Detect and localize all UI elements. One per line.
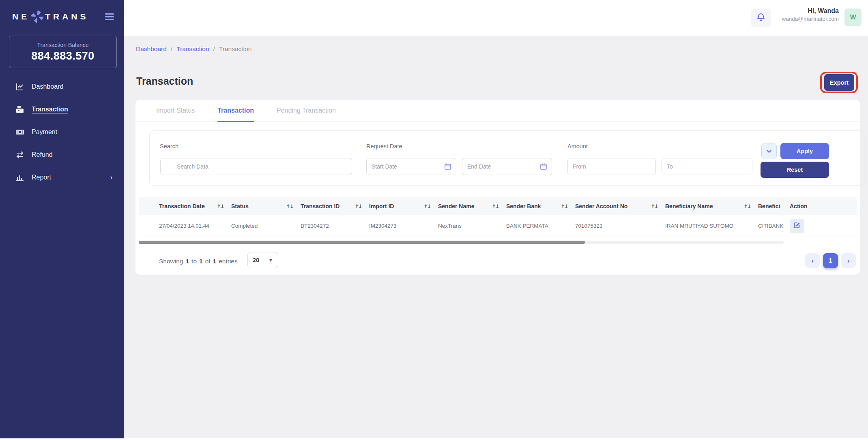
breadcrumb-separator: / <box>213 45 215 53</box>
column-beneficiary-bank-truncated: Benefici <box>758 197 784 215</box>
sidebar-item-transaction[interactable]: Transaction <box>0 98 124 121</box>
chevron-right-icon: › <box>110 174 112 181</box>
bar-chart-icon <box>15 173 24 182</box>
table-header: Transaction Date↑↓ Status↑↓ Transaction … <box>139 197 857 215</box>
column-transaction-id: Transaction ID↑↓ <box>301 197 369 215</box>
balance-value: 884.883.570 <box>9 50 116 62</box>
sort-icon[interactable]: ↑↓ <box>492 203 499 209</box>
hamburger-menu-icon[interactable] <box>103 12 116 22</box>
cell-status: Completed <box>231 215 301 237</box>
cell-beneficiary-name: IRAN MRUTIYAD SUTOMO <box>665 215 758 237</box>
apply-button[interactable]: Apply <box>780 143 829 159</box>
breadcrumb-transaction[interactable]: Transaction <box>176 45 209 53</box>
breadcrumb: Dashboard / Transaction / Transaction <box>136 45 251 53</box>
cash-register-icon <box>15 105 24 114</box>
sort-icon[interactable]: ↑↓ <box>423 203 431 209</box>
tab-import-status[interactable]: Import Status <box>156 100 195 122</box>
sort-icon[interactable]: ↑↓ <box>355 203 362 209</box>
sort-icon[interactable]: ↑↓ <box>217 203 224 209</box>
reset-button[interactable]: Reset <box>761 162 829 178</box>
logo: NE TRANS <box>12 11 116 23</box>
breadcrumb-dashboard[interactable]: Dashboard <box>136 45 167 53</box>
transaction-balance-card: Transaction Balance 884.883.570 <box>9 36 117 68</box>
money-bill-icon <box>15 128 24 137</box>
cell-sender-account-no: 701075323 <box>575 215 665 237</box>
column-beneficiary-name: Beneficiary Name↑↓ <box>665 197 758 215</box>
export-button[interactable]: Export <box>824 74 854 91</box>
edit-pencil-icon <box>793 222 801 230</box>
end-date-input[interactable] <box>462 158 552 175</box>
sort-icon[interactable]: ↑↓ <box>286 203 293 209</box>
logo-text-left: NE <box>12 12 30 21</box>
cell-sender-bank: BANK PERMATA <box>506 215 575 237</box>
sidebar-item-dashboard[interactable]: Dashboard <box>0 75 124 98</box>
user-greeting: Hi, Wanda <box>717 7 839 15</box>
search-label: Search <box>160 143 178 150</box>
pagination: ‹ 1 › <box>805 253 856 268</box>
page-1-button[interactable]: 1 <box>823 253 838 268</box>
page-size-select[interactable]: 20 ▼ <box>247 252 278 268</box>
next-page-button[interactable]: › <box>841 253 856 268</box>
cell-beneficiary-bank: CITIBANK <box>758 215 784 237</box>
sidebar-item-label: Dashboard <box>32 83 63 90</box>
column-status: Status↑↓ <box>231 197 301 215</box>
table-row: 27/04/2023 14:01:44 Completed BT2304272 … <box>139 215 857 237</box>
logo-text-right: TRANS <box>45 12 88 21</box>
chevron-down-icon <box>766 148 772 154</box>
transaction-card: Import Status Transaction Pending Transa… <box>135 100 860 275</box>
table-header-scroll-area: Transaction Date↑↓ Status↑↓ Transaction … <box>139 197 784 215</box>
column-sender-name: Sender Name↑↓ <box>438 197 506 215</box>
entries-summary: Showing 1 to 1 of 1 entries <box>159 258 238 265</box>
column-transaction-date: Transaction Date↑↓ <box>159 197 231 215</box>
line-chart-icon <box>15 82 24 91</box>
amount-to-input[interactable] <box>662 158 752 175</box>
sidebar-item-label: Transaction <box>32 106 68 113</box>
page-title: Transaction <box>136 75 193 87</box>
column-sender-bank: Sender Bank↑↓ <box>506 197 575 215</box>
column-import-id: Import ID↑↓ <box>369 197 438 215</box>
cell-transaction-date: 27/04/2023 14:01:44 <box>159 215 231 237</box>
app-root: NE TRANS Transaction Balance 884.883.570 <box>0 0 868 440</box>
sidebar: NE TRANS Transaction Balance 884.883.570 <box>0 0 124 438</box>
collapse-filters-button[interactable] <box>761 143 777 159</box>
sort-icon[interactable]: ↑↓ <box>561 203 568 209</box>
amount-from-input[interactable] <box>567 158 656 175</box>
main-content: Dashboard / Transaction / Transaction Tr… <box>124 36 868 438</box>
table-row-scroll-area: 27/04/2023 14:01:44 Completed BT2304272 … <box>139 215 784 237</box>
caret-down-icon: ▼ <box>269 258 273 263</box>
tab-bar: Import Status Transaction Pending Transa… <box>135 100 860 122</box>
sidebar-item-label: Payment <box>32 128 57 136</box>
sort-icon[interactable]: ↑↓ <box>743 203 751 209</box>
start-date-input[interactable] <box>366 158 456 175</box>
tab-pending-transaction[interactable]: Pending Transaction <box>277 100 336 122</box>
avatar[interactable]: W <box>844 9 862 26</box>
horizontal-scrollbar-thumb[interactable] <box>139 241 585 244</box>
page-size-value: 20 <box>253 257 259 263</box>
column-action: Action <box>784 197 857 215</box>
tab-transaction[interactable]: Transaction <box>217 100 254 122</box>
previous-page-button[interactable]: ‹ <box>805 253 820 268</box>
pinwheel-logo-icon <box>31 11 43 23</box>
sidebar-item-refund[interactable]: Refund <box>0 143 124 166</box>
user-email: wanda@mailinator.com <box>717 16 839 22</box>
swap-arrows-icon <box>15 150 24 159</box>
sidebar-menu: Dashboard Transaction <box>0 75 124 189</box>
cell-sender-name: NexTrans <box>438 215 506 237</box>
sidebar-item-label: Refund <box>32 151 53 158</box>
horizontal-scrollbar-track[interactable] <box>139 241 784 244</box>
balance-label: Transaction Balance <box>9 42 116 48</box>
cell-import-id: IM2304273 <box>369 215 438 237</box>
sort-icon[interactable]: ↑↓ <box>651 203 658 209</box>
cell-action <box>784 215 857 237</box>
topbar: Hi, Wanda wanda@mailinator.com W <box>124 0 868 36</box>
sidebar-item-report[interactable]: Report › <box>0 166 124 189</box>
cell-transaction-id: BT2304272 <box>301 215 369 237</box>
breadcrumb-separator: / <box>171 45 172 53</box>
sidebar-item-label: Report <box>32 174 51 181</box>
user-meta[interactable]: Hi, Wanda wanda@mailinator.com <box>717 7 839 22</box>
edit-row-button[interactable] <box>790 219 804 233</box>
sidebar-item-payment[interactable]: Payment <box>0 121 124 143</box>
request-date-label: Request Date <box>366 143 402 150</box>
search-input[interactable] <box>160 158 352 175</box>
filter-panel: Search Request Date <box>149 130 866 186</box>
